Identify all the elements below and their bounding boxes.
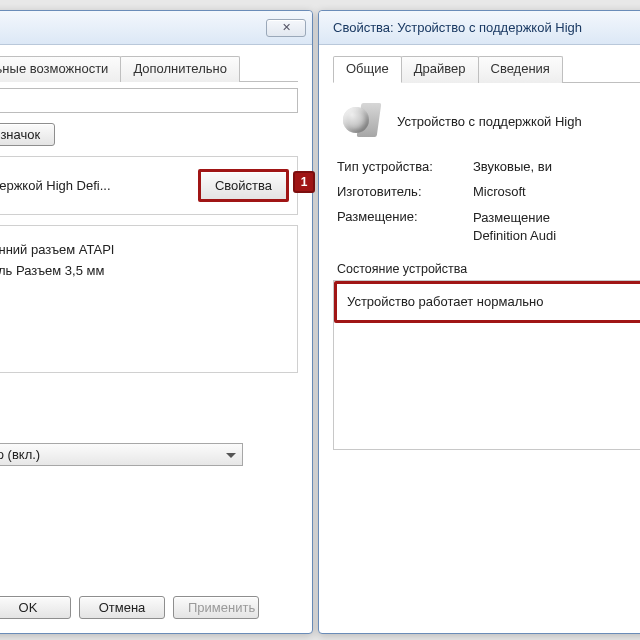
sound-properties-window: ✕ льные возможности Дополнительно ь знач… xyxy=(0,10,313,634)
title-right: Свойства: Устройство с поддержкой High xyxy=(333,20,640,35)
device-header: Устройство с поддержкой High xyxy=(333,89,640,159)
mfr-key: Изготовитель: xyxy=(337,184,467,199)
controller-name: ддержкой High Defi... xyxy=(0,178,198,193)
status-box: Устройство работает нормально 2 xyxy=(333,280,640,450)
type-key: Тип устройства: xyxy=(337,159,467,174)
tabrow-left: льные возможности Дополнительно xyxy=(0,55,298,82)
device-properties-window: Свойства: Устройство с поддержкой High О… xyxy=(318,10,640,634)
body-right: Общие Драйвер Сведения Устройство с подд… xyxy=(319,45,640,460)
device-usage-value: тво (вкл.) xyxy=(0,447,40,462)
tab-general[interactable]: Общие xyxy=(333,56,402,83)
tab-enhancements[interactable]: льные возможности xyxy=(0,56,121,82)
close-icon: ✕ xyxy=(282,21,291,34)
speaker-icon xyxy=(337,99,383,143)
device-name-input[interactable] xyxy=(0,88,298,113)
titlebar-left: ✕ xyxy=(0,11,312,45)
apply-button[interactable]: Применить xyxy=(173,596,259,619)
type-value: Звуковые, ви xyxy=(473,159,640,174)
ok-button[interactable]: OK xyxy=(0,596,71,619)
jack-info-group: ренний разъем ATAPI нель Разъем 3,5 мм xyxy=(0,225,298,373)
tab-driver[interactable]: Драйвер xyxy=(401,56,479,83)
body-left: льные возможности Дополнительно ь значок… xyxy=(0,45,312,476)
close-button-left[interactable]: ✕ xyxy=(266,19,306,37)
device-info-grid: Тип устройства: Звуковые, ви Изготовител… xyxy=(333,159,640,244)
cancel-button[interactable]: Отмена xyxy=(79,596,165,619)
tabrow-right: Общие Драйвер Сведения xyxy=(333,55,640,83)
device-status-group: Состояние устройства Устройство работает… xyxy=(333,262,640,450)
change-icon-button[interactable]: ь значок xyxy=(0,123,55,146)
properties-button[interactable]: Свойства xyxy=(198,169,289,202)
loc-key: Размещение: xyxy=(337,209,467,244)
status-text: Устройство работает нормально xyxy=(347,294,640,309)
jack-line-1: ренний разъем ATAPI xyxy=(0,242,289,257)
jack-line-2: нель Разъем 3,5 мм xyxy=(0,263,289,278)
tab-details[interactable]: Сведения xyxy=(478,56,563,83)
tab-advanced[interactable]: Дополнительно xyxy=(120,56,240,82)
loc-value: Размещение Definition Audi xyxy=(473,209,640,244)
titlebar-right: Свойства: Устройство с поддержкой High xyxy=(319,11,640,45)
status-text-row: Устройство работает нормально 2 xyxy=(334,281,640,323)
callout-1: 1 xyxy=(293,171,315,193)
controller-group: ддержкой High Defi... Свойства 1 xyxy=(0,156,298,215)
device-usage-select[interactable]: тво (вкл.) xyxy=(0,443,243,466)
button-bar-left: OK Отмена Применить xyxy=(0,596,259,619)
device-name-label: Устройство с поддержкой High xyxy=(397,114,582,129)
status-legend: Состояние устройства xyxy=(333,262,640,280)
mfr-value: Microsoft xyxy=(473,184,640,199)
